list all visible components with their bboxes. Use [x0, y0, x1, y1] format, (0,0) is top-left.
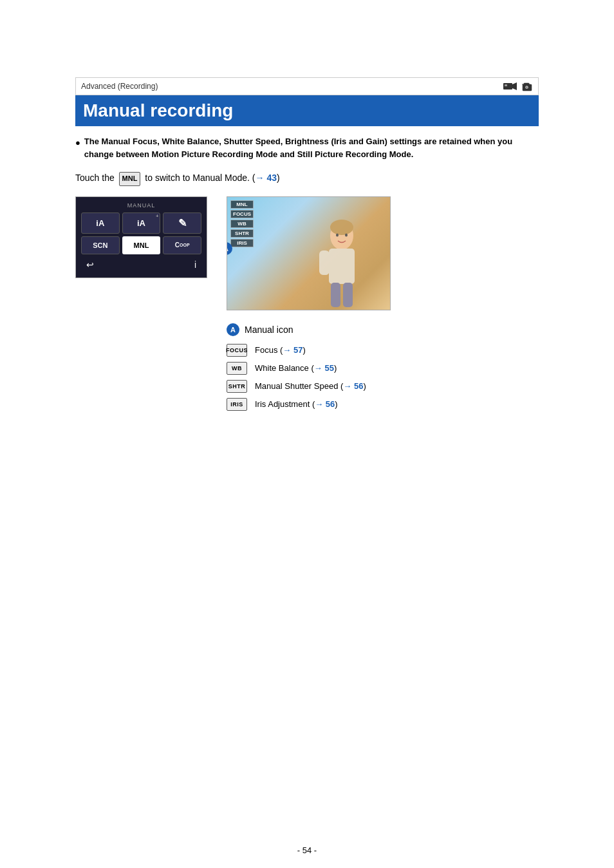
page-title: Manual recording: [83, 100, 531, 121]
descriptions-section: A Manual icon FOCUS Focus (→ 57) WB Whit: [75, 323, 539, 411]
camera-ui-panel: MANUAL iA iA + ✎ SCN MNL COOP ↩ i: [75, 196, 207, 278]
photo-overlay-icons: MNL FOCUS WB SHTR IRIS: [230, 200, 254, 247]
icon-list: FOCUS Focus (→ 57) WB White Balance (→ 5…: [227, 344, 539, 411]
svg-point-4: [526, 86, 527, 88]
note-item: ● The Manual Focus, White Balance, Shutt…: [75, 135, 539, 160]
shtr-page[interactable]: 56: [354, 381, 363, 391]
svg-point-12: [336, 233, 339, 236]
list-item-wb: WB White Balance (→ 55): [227, 362, 539, 375]
camera-btn-custom[interactable]: COOP: [163, 236, 201, 254]
photo-bg: MNL FOCUS WB SHTR IRIS A: [227, 197, 390, 310]
camera-btn-row-bottom: ↩ i: [81, 257, 201, 272]
info-button: i: [189, 257, 201, 272]
breadcrumb: Advanced (Recording): [81, 82, 158, 91]
wb-page[interactable]: 55: [324, 363, 333, 373]
child-figure: [281, 213, 384, 310]
focus-arrow: →: [283, 345, 291, 355]
svg-rect-2: [505, 84, 507, 86]
shtr-label: Manual Shutter Speed (→ 56): [255, 381, 366, 391]
right-descriptions: A Manual icon FOCUS Focus (→ 57) WB Whit: [227, 323, 539, 411]
wb-arrow: →: [314, 363, 322, 373]
video-camera-icon: [503, 81, 517, 91]
note-section: ● The Manual Focus, White Balance, Shutt…: [75, 135, 539, 160]
svg-rect-7: [319, 250, 330, 275]
svg-point-13: [345, 233, 348, 236]
focus-label: Focus (→ 57): [255, 345, 306, 355]
wb-tag: WB: [227, 362, 247, 375]
overlay-wb: WB: [230, 220, 254, 228]
overlay-shtr: SHTR: [230, 229, 254, 238]
list-item-shtr: SHTR Manual Shutter Speed (→ 56): [227, 380, 539, 393]
focus-tag: FOCUS: [227, 344, 247, 357]
svg-point-11: [330, 220, 353, 235]
still-camera-icon: [521, 80, 533, 92]
camera-btn-creative[interactable]: ✎: [163, 212, 201, 234]
manual-icon-title-row: A Manual icon: [227, 323, 539, 336]
instruction-suffix: to switch to Manual Mode.: [145, 173, 250, 183]
instruction-page: 43: [266, 173, 277, 183]
instruction-prefix: Touch the: [75, 173, 115, 183]
camera-btn-ia2[interactable]: iA +: [122, 212, 161, 234]
iris-arrow: →: [315, 399, 323, 409]
iris-label: Iris Adjustment (→ 56): [255, 399, 338, 409]
bullet: ●: [75, 137, 80, 149]
instruction-line: Touch the MNL to switch to Manual Mode. …: [75, 171, 539, 186]
photo-panel: MNL FOCUS WB SHTR IRIS A: [227, 196, 391, 310]
svg-rect-9: [331, 283, 340, 307]
header-icons: [503, 80, 533, 92]
page-number: - 54 -: [0, 826, 614, 868]
shtr-tag: SHTR: [227, 380, 247, 393]
svg-rect-8: [344, 250, 355, 275]
svg-marker-1: [512, 82, 517, 90]
mnl-badge: MNL: [119, 172, 141, 186]
note-text: The Manual Focus, White Balance, Shutter…: [84, 135, 539, 160]
circle-a-label: A: [227, 323, 239, 336]
camera-ui-label: MANUAL: [81, 202, 201, 209]
images-row: MANUAL iA iA + ✎ SCN MNL COOP ↩ i: [75, 196, 539, 310]
focus-page[interactable]: 57: [293, 345, 302, 355]
iris-tag: IRIS: [227, 398, 247, 411]
title-bar: Manual recording: [75, 95, 539, 126]
svg-rect-10: [343, 283, 353, 307]
camera-btn-mnl[interactable]: MNL: [122, 236, 161, 254]
left-spacer: [75, 323, 207, 411]
overlay-mnl: MNL: [230, 200, 254, 209]
camera-btn-scn[interactable]: SCN: [81, 236, 120, 254]
list-item-iris: IRIS Iris Adjustment (→ 56): [227, 398, 539, 411]
svg-rect-0: [503, 83, 512, 90]
camera-ui-grid: iA iA + ✎ SCN MNL COOP: [81, 212, 201, 254]
overlay-focus: FOCUS: [230, 210, 254, 218]
wb-label: White Balance (→ 55): [255, 363, 337, 373]
back-button[interactable]: ↩: [81, 257, 99, 272]
overlay-iris: IRIS: [230, 239, 254, 247]
instruction-arrow: →: [256, 173, 265, 183]
camera-btn-ia1[interactable]: iA: [81, 212, 120, 234]
shtr-arrow: →: [343, 381, 351, 391]
iris-page[interactable]: 56: [326, 399, 335, 409]
manual-icon-label: Manual icon: [245, 325, 293, 335]
header-bar: Advanced (Recording): [75, 77, 539, 95]
list-item-focus: FOCUS Focus (→ 57): [227, 344, 539, 357]
